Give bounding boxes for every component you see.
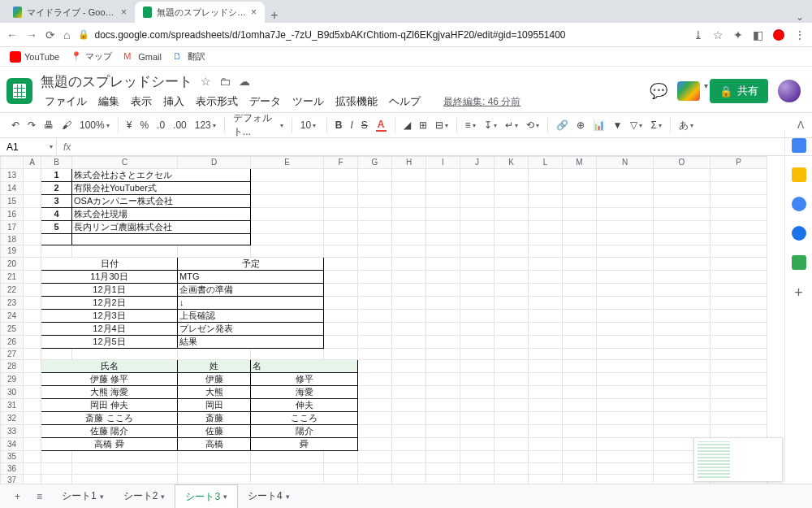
cell[interactable]: [24, 207, 41, 220]
cell[interactable]: [358, 181, 392, 194]
cell[interactable]: [324, 296, 358, 309]
cell[interactable]: [358, 270, 392, 283]
home-button[interactable]: ⌂: [63, 28, 70, 41]
reload-button[interactable]: ⟳: [45, 28, 55, 41]
all-sheets-button[interactable]: ≡: [30, 486, 49, 507]
cell[interactable]: 名: [251, 360, 358, 373]
cell[interactable]: [251, 168, 324, 181]
chevron-down-icon[interactable]: ▾: [286, 493, 290, 501]
cell[interactable]: [597, 296, 654, 309]
cell[interactable]: [710, 386, 767, 399]
last-edit[interactable]: 最終編集: 46 分前: [439, 93, 525, 111]
cell[interactable]: 上長確認: [178, 309, 324, 322]
cell[interactable]: [178, 348, 251, 360]
cell[interactable]: [654, 373, 710, 386]
cell[interactable]: [358, 462, 392, 475]
cell[interactable]: [426, 412, 460, 425]
cell[interactable]: [710, 412, 767, 425]
cell[interactable]: [597, 373, 654, 386]
collapse-toolbar[interactable]: ᐱ: [797, 119, 804, 131]
cell[interactable]: [24, 451, 41, 463]
cell[interactable]: [563, 181, 597, 194]
cell[interactable]: [529, 438, 563, 451]
row-header[interactable]: 30: [1, 386, 24, 399]
cell[interactable]: [178, 451, 251, 463]
cell[interactable]: [392, 257, 426, 270]
row-header[interactable]: 28: [1, 360, 24, 373]
increase-decimal[interactable]: .00: [170, 118, 190, 132]
menu-view[interactable]: 表示: [127, 93, 156, 111]
cell[interactable]: [392, 425, 426, 438]
col-header[interactable]: E: [251, 157, 324, 169]
cell[interactable]: [358, 373, 392, 386]
cell[interactable]: [597, 181, 654, 194]
cell[interactable]: 舜: [251, 438, 358, 451]
cell[interactable]: [710, 373, 767, 386]
cell[interactable]: 岡田 伸夫: [41, 399, 178, 412]
meet-button[interactable]: [677, 81, 700, 101]
cell[interactable]: [495, 399, 529, 412]
cell[interactable]: [358, 360, 392, 373]
cell[interactable]: 高橋: [178, 438, 251, 451]
row-header[interactable]: 35: [1, 451, 24, 463]
cell[interactable]: 5: [41, 220, 72, 233]
cell[interactable]: [495, 335, 529, 348]
cell[interactable]: [24, 335, 41, 348]
cell[interactable]: [324, 257, 358, 270]
cell[interactable]: 伊藤: [178, 373, 251, 386]
cell[interactable]: 姓: [178, 360, 251, 373]
profile-icon[interactable]: [773, 29, 784, 41]
cell[interactable]: 12月5日: [41, 335, 178, 348]
cell[interactable]: [426, 386, 460, 399]
cell[interactable]: [24, 257, 41, 270]
cell[interactable]: [426, 168, 460, 181]
cell[interactable]: [597, 462, 654, 475]
cell[interactable]: [24, 373, 41, 386]
comment-button[interactable]: ⊕: [573, 118, 588, 132]
cell[interactable]: [563, 207, 597, 220]
add-icon[interactable]: +: [792, 284, 806, 299]
cell[interactable]: [24, 438, 41, 451]
cell[interactable]: [597, 412, 654, 425]
cell[interactable]: [529, 283, 563, 296]
col-header[interactable]: F: [324, 157, 358, 169]
cell[interactable]: [324, 451, 358, 463]
cell[interactable]: 3: [41, 194, 72, 207]
ime-button[interactable]: あ: [676, 117, 697, 134]
row-header[interactable]: 32: [1, 412, 24, 425]
cell[interactable]: [654, 386, 710, 399]
cell[interactable]: [24, 233, 41, 245]
cell[interactable]: [178, 245, 251, 258]
col-header[interactable]: L: [529, 157, 563, 169]
cell[interactable]: [529, 168, 563, 181]
cell[interactable]: [495, 322, 529, 335]
cell[interactable]: [654, 399, 710, 412]
cell[interactable]: [495, 425, 529, 438]
cell[interactable]: [563, 462, 597, 475]
cell[interactable]: [251, 207, 324, 220]
cell[interactable]: [597, 360, 654, 373]
cell[interactable]: [324, 335, 358, 348]
cell[interactable]: [495, 348, 529, 360]
bookmark-gmail[interactable]: MGmail: [123, 51, 162, 63]
cell[interactable]: [529, 245, 563, 258]
cell[interactable]: [495, 220, 529, 233]
link-button[interactable]: 🔗: [553, 118, 572, 132]
chevron-down-icon[interactable]: ▾: [223, 493, 227, 501]
cell[interactable]: [41, 451, 72, 463]
col-header[interactable]: I: [426, 157, 460, 169]
cell[interactable]: [495, 194, 529, 207]
col-header[interactable]: A: [24, 157, 41, 169]
sheet-tab[interactable]: シート4▾: [238, 484, 300, 509]
cell[interactable]: [24, 348, 41, 360]
cell[interactable]: [495, 257, 529, 270]
cell[interactable]: [710, 220, 767, 233]
text-color-button[interactable]: A: [373, 117, 390, 133]
paint-format-button[interactable]: 🖌: [58, 118, 75, 132]
cell[interactable]: [426, 283, 460, 296]
cell[interactable]: [324, 220, 358, 233]
cell[interactable]: [24, 412, 41, 425]
cell[interactable]: [563, 360, 597, 373]
row-header[interactable]: 26: [1, 335, 24, 348]
cell[interactable]: 佐藤 陽介: [41, 425, 178, 438]
